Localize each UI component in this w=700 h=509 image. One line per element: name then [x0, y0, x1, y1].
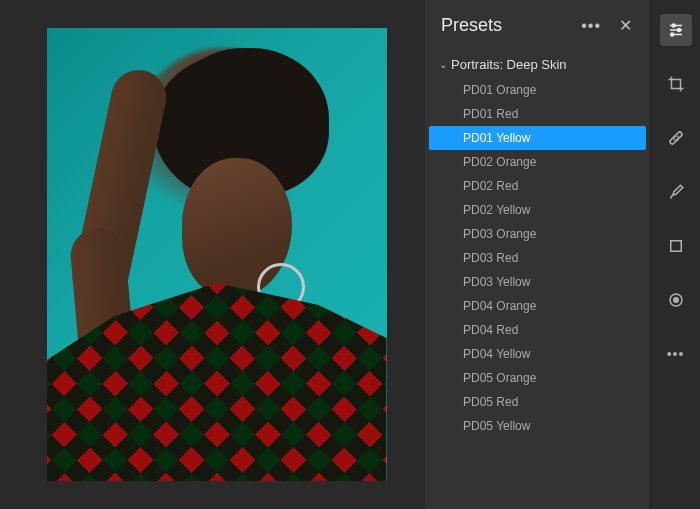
- panel-header: Presets ••• ✕: [425, 0, 650, 51]
- sliders-icon: [667, 21, 685, 39]
- preset-group-header[interactable]: ⌄ Portraits: Deep Skin: [425, 51, 650, 78]
- edit-tool-button[interactable]: [660, 14, 692, 46]
- edited-photo: [47, 28, 387, 481]
- ellipsis-icon: •••: [667, 346, 685, 362]
- preset-item[interactable]: PD01 Red: [429, 102, 646, 126]
- brush-tool-button[interactable]: [660, 176, 692, 208]
- panel-title: Presets: [441, 15, 577, 36]
- crop-icon: [667, 75, 685, 93]
- svg-point-9: [677, 136, 678, 137]
- preset-list: PD01 OrangePD01 RedPD01 YellowPD02 Orang…: [425, 78, 650, 438]
- svg-rect-11: [670, 241, 681, 252]
- preset-item[interactable]: PD04 Red: [429, 318, 646, 342]
- preset-item[interactable]: PD03 Yellow: [429, 270, 646, 294]
- preset-item[interactable]: PD05 Red: [429, 390, 646, 414]
- brush-icon: [667, 183, 685, 201]
- panel-more-button[interactable]: •••: [577, 15, 605, 37]
- more-tools-button[interactable]: •••: [660, 338, 692, 370]
- preset-item[interactable]: PD04 Yellow: [429, 342, 646, 366]
- preset-group: ⌄ Portraits: Deep Skin PD01 OrangePD01 R…: [425, 51, 650, 446]
- preset-group-name: Portraits: Deep Skin: [451, 57, 567, 72]
- preset-item[interactable]: PD02 Yellow: [429, 198, 646, 222]
- right-toolbar: •••: [650, 0, 700, 509]
- preset-item[interactable]: PD01 Orange: [429, 78, 646, 102]
- svg-point-10: [674, 139, 675, 140]
- radial-icon: [667, 291, 685, 309]
- linear-gradient-tool-button[interactable]: [660, 230, 692, 262]
- panel-header-actions: ••• ✕: [577, 14, 638, 37]
- preset-item[interactable]: PD02 Red: [429, 174, 646, 198]
- presets-panel: Presets ••• ✕ ⌄ Portraits: Deep Skin PD0…: [425, 0, 650, 509]
- preset-item[interactable]: PD03 Orange: [429, 222, 646, 246]
- chevron-down-icon: ⌄: [439, 59, 447, 70]
- preset-item[interactable]: PD02 Orange: [429, 150, 646, 174]
- rectangle-icon: [667, 237, 685, 255]
- svg-point-3: [677, 29, 680, 32]
- svg-point-13: [673, 298, 678, 303]
- radial-gradient-tool-button[interactable]: [660, 284, 692, 316]
- preset-item[interactable]: PD01 Yellow: [429, 126, 646, 150]
- preset-item[interactable]: PD03 Red: [429, 246, 646, 270]
- image-viewport[interactable]: [0, 0, 425, 509]
- panel-close-button[interactable]: ✕: [613, 14, 638, 37]
- crop-tool-button[interactable]: [660, 68, 692, 100]
- svg-rect-6: [669, 131, 683, 145]
- bandage-icon: [667, 129, 685, 147]
- preset-item[interactable]: PD04 Orange: [429, 294, 646, 318]
- preset-item[interactable]: PD05 Yellow: [429, 414, 646, 438]
- preset-item[interactable]: PD05 Orange: [429, 366, 646, 390]
- workspace: Presets ••• ✕ ⌄ Portraits: Deep Skin PD0…: [0, 0, 700, 509]
- svg-point-7: [674, 136, 675, 137]
- svg-point-5: [670, 33, 673, 36]
- svg-point-1: [672, 24, 675, 27]
- healing-tool-button[interactable]: [660, 122, 692, 154]
- svg-point-8: [677, 139, 678, 140]
